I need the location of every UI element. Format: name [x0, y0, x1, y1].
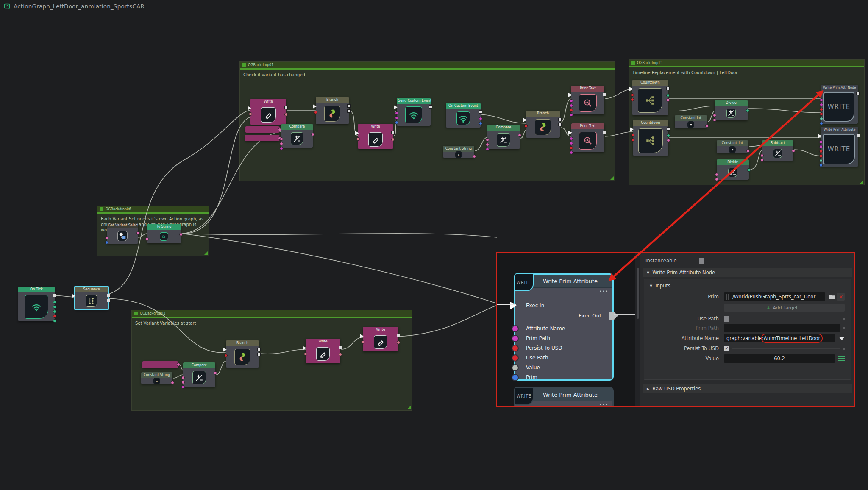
- exec-out-port[interactable]: [479, 110, 482, 114]
- node-title[interactable]: Branch: [226, 340, 259, 346]
- node-title[interactable]: Constant_int: [717, 140, 748, 146]
- node-branch[interactable]: Branch: [226, 340, 259, 368]
- input-port[interactable]: [820, 108, 823, 111]
- input-port[interactable]: [713, 114, 716, 117]
- input-port[interactable]: [715, 178, 718, 181]
- node-options-dots[interactable]: •••: [599, 403, 609, 406]
- exec-out-port[interactable]: [429, 105, 432, 109]
- output-port[interactable]: [53, 319, 56, 323]
- backdrop-tab[interactable]: OGBackdrop03: [132, 310, 412, 317]
- drag-grip-icon[interactable]: [726, 294, 730, 300]
- port-dot[interactable]: [512, 325, 519, 332]
- input-port[interactable]: [715, 173, 718, 176]
- input-port[interactable]: [819, 164, 823, 167]
- input-port[interactable]: [819, 145, 823, 148]
- node-constant-string[interactable]: Constant Stringa: [443, 146, 474, 158]
- node-title[interactable]: Write Prim Attribute: [821, 127, 858, 133]
- input-port[interactable]: [486, 148, 489, 151]
- input-port[interactable]: [820, 112, 823, 116]
- output-port[interactable]: [53, 305, 56, 309]
- node-subtract[interactable]: Subtract: [762, 140, 793, 161]
- node-write[interactable]: Write: [306, 339, 340, 363]
- port-dot[interactable]: [512, 354, 519, 362]
- dropdown-arrow-icon[interactable]: [839, 337, 845, 340]
- clear-prim-button[interactable]: ✕: [837, 293, 845, 301]
- input-port[interactable]: [760, 154, 764, 157]
- node-send-custom-event[interactable]: Send Custom Event: [397, 98, 431, 126]
- exec-out-port[interactable]: [397, 334, 400, 337]
- node-title[interactable]: Constant Int: [675, 115, 707, 121]
- section-write-prim-attribute-node[interactable]: ▼ Write Prim Attribute Node: [643, 268, 852, 277]
- input-port[interactable]: [280, 137, 283, 141]
- port-value[interactable]: Value: [515, 364, 612, 372]
- node-title[interactable]: Write: [358, 124, 393, 130]
- input-port[interactable]: [819, 150, 823, 153]
- output-port[interactable]: [666, 94, 670, 97]
- input-port[interactable]: [356, 137, 360, 141]
- output-port[interactable]: [339, 353, 342, 356]
- input-port[interactable]: [631, 134, 634, 137]
- prim-input[interactable]: /World/PushGraph_Sprts_car_Door: [724, 292, 825, 301]
- backdrop-resize-grip[interactable]: [860, 180, 863, 184]
- input-port[interactable]: [395, 111, 398, 115]
- port-persist-to-usd[interactable]: Persist To USD: [515, 344, 612, 353]
- input-port[interactable]: [314, 111, 317, 114]
- exec-out-port[interactable]: [53, 294, 56, 297]
- input-port[interactable]: [820, 122, 823, 125]
- input-port[interactable]: [570, 104, 573, 107]
- node-constant-string[interactable]: Constant Stringa: [141, 372, 172, 384]
- exec-out-port[interactable]: [284, 106, 288, 109]
- attribute-name-input[interactable]: graph:variable:AnimTimeline_LeftDoor: [724, 334, 835, 342]
- write-prim-attribute-node-2[interactable]: WRITE Write Prim Attribute •••: [514, 387, 614, 406]
- node-constant-int[interactable]: Constant Int: [675, 115, 707, 128]
- panel-divider[interactable]: [635, 253, 640, 406]
- exec-out-port[interactable]: [667, 127, 670, 131]
- node-title[interactable]: Write: [306, 339, 340, 345]
- reset-widget[interactable]: [843, 318, 845, 320]
- add-target-button[interactable]: + Add Target...: [724, 304, 845, 312]
- reset-widget[interactable]: [843, 327, 845, 329]
- input-port[interactable]: [395, 116, 398, 120]
- node-sequence[interactable]: Sequence: [75, 287, 108, 309]
- input-port[interactable]: [819, 159, 823, 162]
- node-title[interactable]: Compare: [183, 362, 215, 368]
- node-divide[interactable]: Divide: [715, 100, 748, 120]
- node-countdown[interactable]: Countdown: [632, 80, 668, 115]
- exec-out-port[interactable]: [558, 118, 562, 121]
- input-port[interactable]: [486, 138, 489, 142]
- input-port[interactable]: [631, 93, 634, 97]
- raw-usd-section[interactable]: ▶ Raw USD Properties: [643, 384, 852, 393]
- node-collapsed-bar[interactable]: [245, 135, 280, 141]
- output-port[interactable]: [667, 139, 670, 142]
- port-exec-in[interactable]: Exec In: [515, 302, 612, 310]
- input-port[interactable]: [631, 138, 634, 142]
- browse-folder-button[interactable]: [829, 294, 835, 300]
- input-port[interactable]: [570, 109, 573, 112]
- exec-out-icon[interactable]: [609, 312, 618, 320]
- node-write[interactable]: Write: [363, 327, 398, 351]
- output-port[interactable]: [479, 117, 482, 120]
- exec-out-port[interactable]: [347, 104, 351, 108]
- output-port[interactable]: [311, 133, 314, 136]
- input-port[interactable]: [105, 241, 108, 244]
- exec-out-port[interactable]: [391, 131, 395, 134]
- input-port[interactable]: [361, 340, 364, 344]
- output-port[interactable]: [518, 134, 521, 137]
- input-port[interactable]: [570, 137, 573, 140]
- output-port[interactable]: [214, 371, 217, 375]
- exec-out-port[interactable]: [558, 123, 562, 126]
- node-print-text[interactable]: Print Text: [571, 86, 604, 114]
- node-write-prim-attribute[interactable]: Write Prim AttributeWRITE: [821, 127, 858, 167]
- input-port[interactable]: [570, 142, 573, 145]
- node-title[interactable]: Constant String: [141, 372, 172, 378]
- backdrop-resize-grip[interactable]: [407, 406, 411, 409]
- port-exec-out[interactable]: Exec Out: [515, 312, 612, 320]
- node-title[interactable]: On Custom Event: [446, 103, 481, 109]
- node-write[interactable]: Write: [358, 124, 393, 149]
- node-branch[interactable]: Branch: [316, 97, 349, 124]
- node-on-tick[interactable]: On Tick: [18, 287, 55, 321]
- backdrop-tab[interactable]: OGBackdrop06: [97, 206, 209, 212]
- output-port[interactable]: [171, 381, 174, 384]
- output-port[interactable]: [391, 138, 395, 141]
- node-title[interactable]: Divide: [715, 100, 748, 106]
